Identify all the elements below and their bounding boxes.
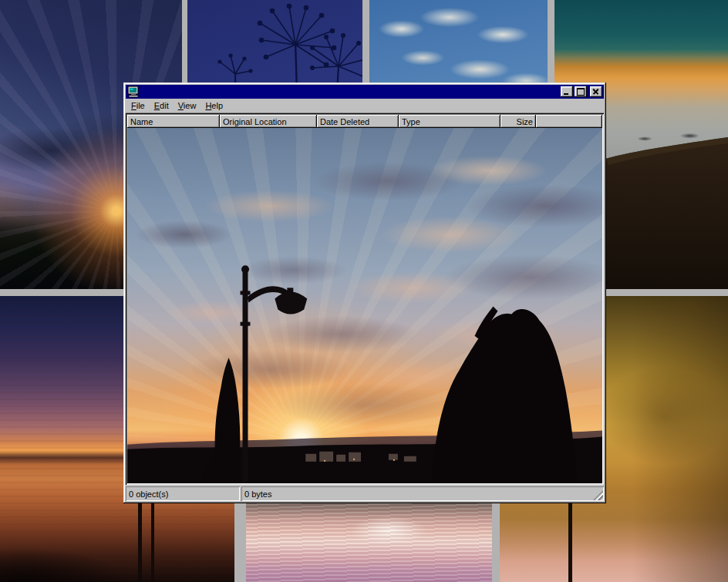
menu-edit[interactable]: Edit <box>150 99 174 112</box>
file-list-view: Name Original Location Date Deleted Type… <box>126 113 604 485</box>
status-bar: 0 object(s) 0 bytes <box>126 486 604 501</box>
column-header-row: Name Original Location Date Deleted Type… <box>127 115 602 128</box>
list-content-area[interactable] <box>127 128 602 483</box>
column-header-type[interactable]: Type <box>399 115 501 128</box>
water-ripples <box>246 496 492 582</box>
maximize-button[interactable] <box>575 86 587 97</box>
recycle-bin-window: File Edit View Help Name Original Locati… <box>123 82 606 503</box>
status-total-size: 0 bytes <box>241 486 604 501</box>
column-header-date-deleted[interactable]: Date Deleted <box>317 115 399 128</box>
status-object-count: 0 object(s) <box>126 486 240 501</box>
menu-file[interactable]: File <box>126 99 150 112</box>
menu-view[interactable]: View <box>174 99 201 112</box>
column-header-name[interactable]: Name <box>127 115 220 128</box>
computer-icon <box>127 86 140 98</box>
close-button[interactable] <box>590 86 602 97</box>
menu-bar: File Edit View Help <box>126 99 604 113</box>
menu-help[interactable]: Help <box>201 99 228 112</box>
silhouettes-drawing <box>127 128 602 483</box>
column-header-original-location[interactable]: Original Location <box>220 115 317 128</box>
column-header-size[interactable]: Size <box>501 115 536 128</box>
column-header-extra[interactable] <box>536 115 602 128</box>
titlebar[interactable] <box>126 85 604 99</box>
minimize-button[interactable] <box>561 86 573 97</box>
